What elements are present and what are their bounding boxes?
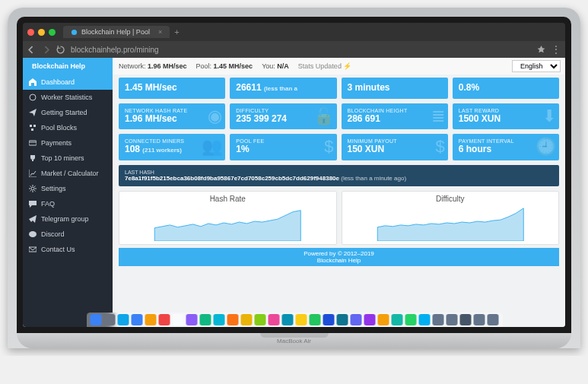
browser-tab[interactable]: Blockchain Help | Pool × [63,26,170,38]
sidebar-item-payments[interactable]: Payments [23,135,113,151]
tile-bg-icon: $ [436,137,445,157]
browser-tab-bar: Blockchain Help | Pool × + [23,23,565,41]
sidebar-item-getting-started[interactable]: Getting Started [23,105,113,120]
tile-label: LAST REWARD [459,108,553,113]
dock-app-icon[interactable] [281,314,293,325]
sidebar-item-label: Worker Statistics [41,94,92,101]
tab-close-icon[interactable]: × [158,28,162,36]
tile-bg-icon: ≣ [431,106,445,126]
svg-rect-5 [29,141,37,145]
sidebar-item-pool-blocks[interactable]: Pool Blocks [23,120,113,135]
tile-bg-icon: $ [324,137,333,157]
dock-app-icon[interactable] [131,314,142,325]
maximize-window-button[interactable] [49,29,56,36]
macos-dock[interactable] [86,313,502,327]
forward-icon[interactable] [42,46,50,54]
dock-app-icon[interactable] [473,314,485,325]
stat-tile: NETWORK HASH RATE1.96 MH/sec◉ [119,103,225,130]
hashrate-chart-title: Hash Rate [122,195,333,203]
dock-app-icon[interactable] [295,314,307,325]
sidebar-item-settings[interactable]: Settings [23,181,113,196]
dock-app-icon[interactable] [90,314,101,325]
main-content: 1.45 MH/sec26611 (less than a3 minutes0.… [113,75,565,327]
cubes-icon [29,124,37,132]
new-tab-button[interactable]: + [174,27,179,36]
tile-value: 286 691 [348,113,442,125]
sidebar-item-faq[interactable]: FAQ [23,196,113,211]
dock-app-icon[interactable] [446,314,457,325]
tile-bg-icon: ⬇ [542,106,556,126]
sidebar-item-label: Top 10 miners [41,154,84,162]
tile-value: 1500 XUN [459,113,553,125]
close-window-button[interactable] [27,29,34,36]
dock-app-icon[interactable] [158,314,170,325]
sidebar-item-contact-us[interactable]: Contact Us [23,242,113,257]
dock-app-icon[interactable] [350,314,361,325]
chart-row: Hash Rate Difficulty [119,191,559,245]
plane-icon [29,109,37,116]
star-icon[interactable] [537,46,545,54]
last-hash-box: LAST HASH 7e8a1f91f5b215ebca36b08fd9ba95… [119,165,559,186]
dock-app-icon[interactable] [103,314,115,325]
language-select[interactable]: English [512,60,561,72]
stat-tile: 3 minutes [342,78,448,99]
dock-app-icon[interactable] [254,314,265,325]
dock-app-icon[interactable] [309,314,320,325]
footer: Powered by © 2012–2019 Blockchain Help [119,248,559,266]
dock-app-icon[interactable] [323,314,334,325]
screen: Blockchain Help | Pool × + blockchainhel… [23,23,565,327]
dock-app-icon[interactable] [432,314,443,325]
tile-row-2: CONNECTED MINERS108 (211 workers)👥POOL F… [119,134,559,160]
dock-app-icon[interactable] [418,314,430,325]
sidebar-item-top-10-miners[interactable]: Top 10 miners [23,151,113,166]
sidebar-item-discord[interactable]: Discord [23,227,113,242]
sidebar-item-label: Contact Us [41,246,75,253]
back-icon[interactable] [27,46,36,54]
gauge-icon [29,94,37,101]
tile-label: POOL FEE [236,138,330,144]
sidebar-item-label: Telegram group [41,215,89,223]
telegram-icon [29,215,37,223]
sidebar: DashboardWorker StatisticsGetting Starte… [23,75,113,327]
reload-icon[interactable] [56,46,65,54]
last-hash-ago: (less than a minute ago) [341,175,406,182]
tile-value: 1% [236,144,330,156]
tile-label: MINIMUM PAYOUT [348,138,442,144]
stats-strip: Network: 1.96 MH/sec Pool: 1.45 MH/sec Y… [113,62,512,70]
laptop-base: MacBook Air [17,333,571,348]
dock-app-icon[interactable] [227,314,238,325]
dock-app-icon[interactable] [145,314,156,325]
tile-value: 26611 (less than a [236,82,330,94]
dock-app-icon[interactable] [391,314,402,325]
tile-value: 3 minutes [348,82,442,94]
sidebar-item-label: Pool Blocks [41,124,77,132]
dock-app-icon[interactable] [213,314,224,325]
sidebar-item-worker-statistics[interactable]: Worker Statistics [23,90,113,105]
sidebar-item-telegram-group[interactable]: Telegram group [23,211,113,227]
difficulty-chart: Difficulty [342,191,560,245]
dock-app-icon[interactable] [405,314,416,325]
dock-app-icon[interactable] [487,314,498,325]
url-text[interactable]: blockchainhelp.pro/mining [71,46,531,54]
dock-app-icon[interactable] [268,314,279,325]
sidebar-item-label: Getting Started [41,109,87,116]
dock-app-icon[interactable] [186,314,197,325]
dock-app-icon[interactable] [117,314,129,325]
minimize-window-button[interactable] [38,29,45,36]
browser-url-bar: blockchainhelp.pro/mining ⋮ [23,41,565,58]
sidebar-item-dashboard[interactable]: Dashboard [23,75,113,90]
dock-app-icon[interactable] [240,314,252,325]
dock-app-icon[interactable] [172,314,183,325]
stat-tile: BLOCKCHAIN HEIGHT286 691≣ [342,103,448,130]
dock-app-icon[interactable] [199,314,211,325]
dock-app-icon[interactable] [336,314,348,325]
sidebar-item-label: Discord [41,230,65,238]
tile-bg-icon: 🕘 [536,137,556,157]
card-icon [29,139,37,147]
dock-app-icon[interactable] [377,314,389,325]
dock-app-icon[interactable] [459,314,471,325]
sidebar-item-market-calculator[interactable]: Market / Calculator [23,166,113,181]
menu-icon[interactable]: ⋮ [551,44,561,55]
dock-app-icon[interactable] [364,314,375,325]
stat-tile: 0.8% [453,78,559,99]
